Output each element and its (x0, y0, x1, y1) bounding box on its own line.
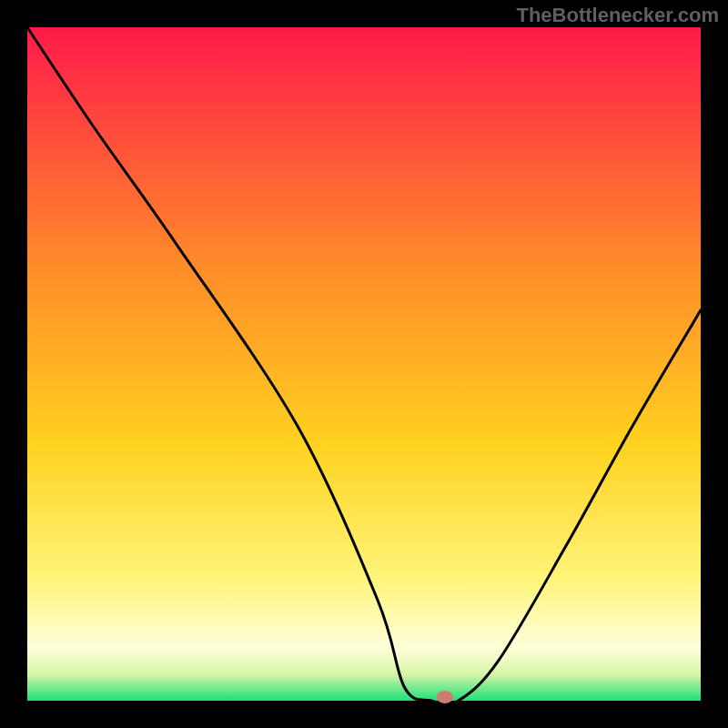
watermark-text: TheBottlenecker.com (516, 4, 719, 27)
bottleneck-chart (0, 0, 728, 728)
chart-container: TheBottlenecker.com (0, 0, 728, 728)
plot-area (27, 27, 701, 701)
optimal-marker (437, 691, 453, 703)
